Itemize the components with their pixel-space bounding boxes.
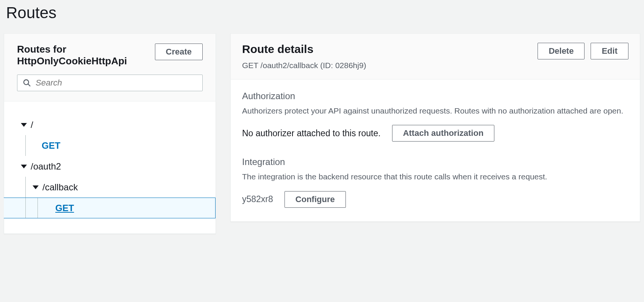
- authorization-desc: Authorizers protect your API against una…: [242, 105, 628, 117]
- delete-button[interactable]: Delete: [538, 43, 585, 59]
- integration-id: y582xr8: [242, 194, 273, 204]
- route-details-body: Authorization Authorizers protect your A…: [231, 79, 640, 221]
- search-box[interactable]: [17, 75, 203, 91]
- tree-node-root-get[interactable]: GET: [4, 135, 216, 156]
- route-details-header-left: Route details GET /oauth2/callback (ID: …: [242, 43, 366, 70]
- tree-node-root[interactable]: /: [4, 114, 216, 135]
- integration-title: Integration: [242, 157, 628, 167]
- route-details-header: Route details GET /oauth2/callback (ID: …: [231, 34, 640, 79]
- tree-node-callback[interactable]: /callback: [4, 177, 216, 198]
- routes-tree: / GET /oauth2 /callback: [4, 101, 216, 234]
- integration-row: y582xr8 Configure: [242, 191, 628, 208]
- tree-node-oauth2[interactable]: /oauth2: [4, 156, 216, 177]
- route-details-actions: Delete Edit: [538, 43, 628, 59]
- tree-label-root[interactable]: /: [31, 120, 33, 130]
- page-title: Routes: [6, 4, 640, 22]
- caret-down-icon[interactable]: [21, 123, 27, 127]
- create-button[interactable]: Create: [155, 44, 203, 60]
- caret-down-icon[interactable]: [33, 185, 39, 189]
- search-input[interactable]: [31, 78, 197, 88]
- caret-down-icon[interactable]: [21, 165, 27, 168]
- tree-label-callback[interactable]: /callback: [42, 182, 78, 193]
- attach-authorization-button[interactable]: Attach authorization: [392, 125, 495, 142]
- integration-desc: The integration is the backend resource …: [242, 171, 628, 182]
- tree-label-oauth2[interactable]: /oauth2: [31, 161, 61, 172]
- route-details-title: Route details: [242, 43, 366, 56]
- svg-line-1: [28, 84, 30, 86]
- routes-panel-title: Routes for HttpOnlyCookieHttpApi: [17, 44, 134, 67]
- authorization-status: No authorizer attached to this route.: [242, 128, 381, 139]
- edit-button[interactable]: Edit: [591, 43, 628, 59]
- search-icon: [23, 79, 31, 87]
- authorization-title: Authorization: [242, 91, 628, 101]
- routes-panel: Routes for HttpOnlyCookieHttpApi Create …: [4, 33, 216, 234]
- route-details-panel: Route details GET /oauth2/callback (ID: …: [230, 33, 640, 222]
- routes-panel-header: Routes for HttpOnlyCookieHttpApi Create: [4, 34, 216, 75]
- authorization-row: No authorizer attached to this route. At…: [242, 125, 628, 142]
- search-container: [4, 75, 216, 101]
- tree-node-callback-get[interactable]: GET: [4, 198, 216, 218]
- method-get-callback[interactable]: GET: [55, 203, 74, 213]
- configure-button[interactable]: Configure: [284, 191, 346, 208]
- method-get-root[interactable]: GET: [42, 140, 60, 151]
- route-details-subtitle: GET /oauth2/callback (ID: 0286hj9): [242, 61, 366, 70]
- main-layout: Routes for HttpOnlyCookieHttpApi Create …: [4, 33, 640, 234]
